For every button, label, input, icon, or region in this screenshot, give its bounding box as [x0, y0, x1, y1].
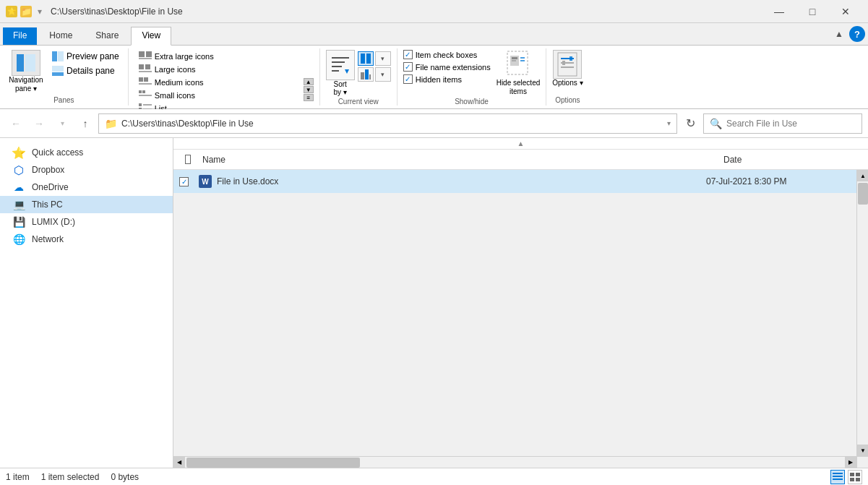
address-path[interactable]: 📁 C:\Users\tinas\Desktop\File in Use ▾ — [98, 113, 677, 134]
current-view-label: Current view — [326, 96, 391, 106]
options-group-content: Options ▾ — [552, 50, 583, 95]
help-button[interactable]: ? — [849, 26, 865, 42]
hide-selected-items-button[interactable]: Hide selecteditems — [497, 50, 541, 96]
svg-rect-12 — [139, 77, 143, 82]
recent-locations-button[interactable]: ▾ — [52, 113, 72, 134]
layout-medium[interactable]: Medium icons — [134, 76, 221, 89]
scroll-thumb-vertical[interactable] — [858, 183, 868, 205]
maximize-button[interactable]: □ — [796, 0, 829, 23]
file-name-extensions-row[interactable]: File name extensions — [403, 62, 491, 72]
large-icons-toggle[interactable] — [848, 470, 862, 484]
sort-by-button[interactable]: Sortby ▾ — [326, 50, 355, 96]
header-date-col[interactable]: Date — [718, 150, 862, 170]
main-area: ⭐ Quick access ⬡ Dropbox ☁ OneDrive 💻 Th… — [0, 138, 868, 468]
sidebar-item-dropbox[interactable]: ⬡ Dropbox — [0, 161, 173, 179]
layout-scroll-down[interactable]: ▼ — [304, 86, 314, 93]
layout-scroll-up[interactable]: ▲ — [304, 78, 314, 85]
sidebar-item-quick-access[interactable]: ⭐ Quick access — [0, 144, 173, 161]
columns-icon-1 — [361, 53, 371, 64]
layout-group: Extra large icons Large icons Medium ico… — [129, 48, 320, 106]
large-icons-icon — [139, 64, 152, 74]
close-button[interactable]: ✕ — [829, 0, 862, 23]
extra-large-icons-icon — [139, 51, 152, 61]
details-view-toggle[interactable] — [830, 470, 845, 484]
item-check-boxes-row[interactable]: Item check boxes — [403, 50, 491, 59]
sidebar-item-lumix[interactable]: 💾 LUMIX (D:) — [0, 213, 173, 231]
hide-selected-icon — [504, 50, 533, 79]
large-icons-view-icon — [850, 473, 860, 481]
hidden-items-row[interactable]: Hidden items — [403, 74, 491, 84]
minimize-button[interactable]: — — [762, 0, 796, 23]
small-icons-icon — [139, 90, 152, 100]
svg-rect-39 — [512, 60, 516, 61]
scroll-down-button[interactable]: ▼ — [857, 445, 868, 456]
ribbon-collapse-button[interactable]: ▲ — [829, 23, 849, 45]
header-name-col[interactable]: Name — [197, 150, 718, 170]
hidden-items-checkbox[interactable] — [403, 74, 413, 84]
svg-rect-46 — [570, 56, 572, 61]
columns-button-1[interactable] — [358, 51, 374, 66]
file-name-extensions-checkbox[interactable] — [403, 62, 413, 72]
status-bar: 1 item 1 item selected 0 bytes — [0, 468, 868, 485]
svg-rect-0 — [17, 54, 24, 72]
layout-medium-label: Medium icons — [155, 78, 204, 87]
file-row-checkbox[interactable] — [179, 177, 197, 186]
svg-rect-8 — [139, 58, 152, 59]
preview-pane-label: Preview pane — [66, 51, 119, 61]
network-icon: 🌐 — [12, 233, 26, 245]
file-checkbox-checked[interactable] — [179, 177, 189, 186]
scroll-right-button[interactable]: ▶ — [845, 457, 856, 468]
scroll-thumb-horizontal[interactable] — [186, 458, 360, 468]
file-date: 07-Jul-2021 8:30 PM — [706, 176, 851, 186]
panes-group: Navigationpane ▾ Preview pane — [0, 48, 129, 106]
table-row[interactable]: W File in Use.docx 07-Jul-2021 8:30 PM — [173, 170, 856, 193]
dropbox-icon: ⬡ — [12, 164, 26, 176]
sidebar-item-onedrive[interactable]: ☁ OneDrive — [0, 179, 173, 196]
panes-group-content: Navigationpane ▾ Preview pane — [6, 50, 122, 95]
options-icon — [553, 50, 582, 79]
file-name-extensions-label: File name extensions — [416, 63, 491, 72]
column-view-buttons: ▾ ▾ — [358, 51, 391, 82]
sidebar: ⭐ Quick access ⬡ Dropbox ☁ OneDrive 💻 Th… — [0, 138, 173, 468]
scroll-corner — [856, 457, 868, 468]
forward-button[interactable]: → — [29, 113, 49, 134]
svg-rect-40 — [520, 57, 525, 59]
scroll-track-horizontal[interactable] — [185, 457, 845, 468]
scroll-up-arrow: ▲ — [517, 140, 525, 147]
navigation-pane-button[interactable]: Navigationpane ▾ — [6, 50, 46, 93]
sidebar-item-network[interactable]: 🌐 Network — [0, 231, 173, 248]
svg-rect-1 — [25, 54, 35, 72]
columns-button-2[interactable]: ▾ — [375, 51, 391, 66]
sidebar-this-pc-label: This PC — [32, 199, 63, 210]
medium-icons-icon — [139, 77, 152, 87]
layout-scroll-more[interactable]: ≡ — [304, 94, 314, 101]
tab-share[interactable]: Share — [85, 27, 129, 45]
details-pane-label: Details pane — [66, 66, 115, 76]
preview-pane-button[interactable]: Preview pane — [49, 50, 122, 63]
scroll-track-vertical[interactable] — [857, 181, 868, 445]
search-input[interactable] — [726, 119, 856, 129]
options-button[interactable]: Options ▾ — [552, 50, 583, 87]
file-rows-area: W File in Use.docx 07-Jul-2021 8:30 PM — [173, 170, 856, 456]
tab-file[interactable]: File — [3, 27, 37, 45]
scroll-up-button[interactable]: ▲ — [857, 170, 868, 181]
item-check-boxes-checkbox[interactable] — [403, 50, 413, 59]
svg-rect-48 — [833, 473, 843, 474]
details-pane-button[interactable]: Details pane — [49, 64, 122, 77]
layout-large[interactable]: Large icons — [134, 63, 221, 76]
path-dropdown-icon: ▾ — [667, 119, 671, 127]
scroll-left-button[interactable]: ◀ — [173, 457, 185, 468]
sidebar-item-this-pc[interactable]: 💻 This PC — [0, 196, 173, 213]
size-dropdown-button[interactable]: ▾ — [375, 67, 391, 82]
tab-view[interactable]: View — [131, 27, 171, 46]
up-button[interactable]: ↑ — [75, 113, 95, 134]
layout-small[interactable]: Small icons — [134, 89, 221, 102]
back-button[interactable]: ← — [6, 113, 26, 134]
header-checkbox[interactable] — [185, 155, 191, 164]
nav-pane-label: Navigationpane ▾ — [9, 76, 43, 93]
refresh-button[interactable]: ↻ — [680, 113, 700, 134]
layout-extra-large[interactable]: Extra large icons — [134, 50, 221, 63]
tab-home[interactable]: Home — [38, 27, 83, 45]
header-checkbox-col[interactable] — [179, 150, 197, 170]
size-columns-button[interactable] — [358, 67, 374, 82]
